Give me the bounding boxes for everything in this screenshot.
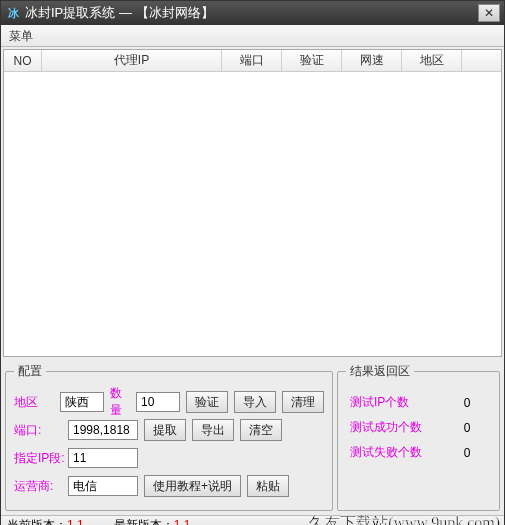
current-version: 当前版本：1.1 bbox=[7, 517, 84, 525]
result-ok: 测试成功个数 0 bbox=[350, 419, 487, 436]
close-icon: ✕ bbox=[484, 6, 494, 20]
config-legend: 配置 bbox=[14, 363, 46, 380]
qty-label: 数量 bbox=[110, 385, 130, 419]
col-speed[interactable]: 网速 bbox=[342, 50, 402, 71]
qty-input[interactable] bbox=[136, 392, 180, 412]
app-window: 冰 冰封IP提取系统 — 【冰封网络】 ✕ 菜单 NO 代理IP 端口 验证 网… bbox=[0, 0, 505, 525]
app-icon: 冰 bbox=[5, 5, 21, 21]
isp-input[interactable] bbox=[68, 476, 138, 496]
results-group: 结果返回区 测试IP个数 0 测试成功个数 0 测试失败个数 0 bbox=[337, 363, 500, 511]
proxy-table: NO 代理IP 端口 验证 网速 地区 bbox=[3, 49, 502, 357]
fail-label: 测试失败个数 bbox=[350, 444, 422, 461]
config-group: 配置 地区 数量 验证 导入 清理 端口: 提取 导出 清空 指定IP段: bbox=[5, 363, 333, 511]
cur-label: 当前版本： bbox=[7, 518, 67, 525]
port-input[interactable] bbox=[68, 420, 138, 440]
watermark: 久友下载站(www.9upk.com) bbox=[308, 513, 500, 525]
tested-value: 0 bbox=[447, 396, 487, 410]
area-input[interactable] bbox=[60, 392, 104, 412]
ok-label: 测试成功个数 bbox=[350, 419, 422, 436]
clear-button[interactable]: 清空 bbox=[240, 419, 282, 441]
ok-value: 0 bbox=[447, 421, 487, 435]
col-port[interactable]: 端口 bbox=[222, 50, 282, 71]
cleanup-button[interactable]: 清理 bbox=[282, 391, 324, 413]
menu-item[interactable]: 菜单 bbox=[9, 29, 33, 43]
col-no[interactable]: NO bbox=[4, 50, 42, 71]
table-body bbox=[4, 72, 501, 357]
results-legend: 结果返回区 bbox=[346, 363, 414, 380]
isp-label: 运营商: bbox=[14, 478, 62, 495]
tested-label: 测试IP个数 bbox=[350, 394, 409, 411]
window-title: 冰封IP提取系统 — 【冰封网络】 bbox=[25, 4, 478, 22]
seg-label: 指定IP段: bbox=[14, 450, 72, 467]
tutorial-button[interactable]: 使用教程+说明 bbox=[144, 475, 241, 497]
titlebar: 冰 冰封IP提取系统 — 【冰封网络】 ✕ bbox=[1, 1, 504, 25]
result-tested: 测试IP个数 0 bbox=[350, 394, 487, 411]
close-button[interactable]: ✕ bbox=[478, 4, 500, 22]
col-ip[interactable]: 代理IP bbox=[42, 50, 222, 71]
col-verify[interactable]: 验证 bbox=[282, 50, 342, 71]
result-fail: 测试失败个数 0 bbox=[350, 444, 487, 461]
statusbar: 当前版本：1.1 最新版本：1.1 久友下载站(www.9upk.com) bbox=[1, 515, 504, 525]
col-region[interactable]: 地区 bbox=[402, 50, 462, 71]
port-label: 端口: bbox=[14, 422, 62, 439]
extract-button[interactable]: 提取 bbox=[144, 419, 186, 441]
seg-input[interactable] bbox=[68, 448, 138, 468]
menubar: 菜单 bbox=[1, 25, 504, 47]
latest-label: 最新版本： bbox=[114, 518, 174, 525]
cur-value: 1.1 bbox=[67, 518, 84, 525]
verify-button[interactable]: 验证 bbox=[186, 391, 228, 413]
import-button[interactable]: 导入 bbox=[234, 391, 276, 413]
paste-button[interactable]: 粘贴 bbox=[247, 475, 289, 497]
export-button[interactable]: 导出 bbox=[192, 419, 234, 441]
lower-panel: 配置 地区 数量 验证 导入 清理 端口: 提取 导出 清空 指定IP段: bbox=[1, 359, 504, 515]
fail-value: 0 bbox=[447, 446, 487, 460]
table-header: NO 代理IP 端口 验证 网速 地区 bbox=[4, 50, 501, 72]
latest-version: 最新版本：1.1 bbox=[114, 517, 191, 525]
latest-value: 1.1 bbox=[174, 518, 191, 525]
area-label: 地区 bbox=[14, 394, 54, 411]
